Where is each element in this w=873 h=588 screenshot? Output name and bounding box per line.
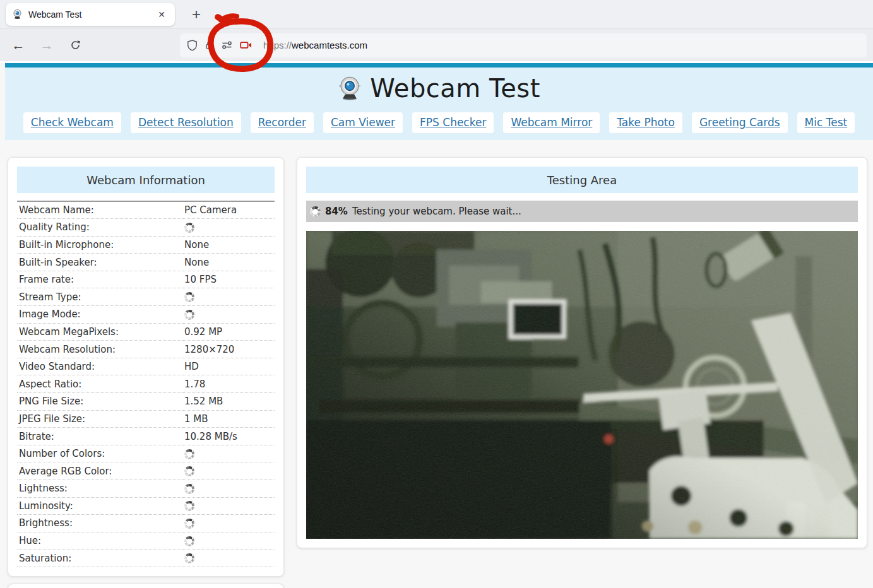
url-bar[interactable]: https://webcamtests.com bbox=[180, 33, 867, 57]
nav-link-detect-resolution[interactable]: Detect Resolution bbox=[131, 112, 241, 133]
info-label: Webcam Name: bbox=[17, 201, 182, 219]
info-value: 1.78 bbox=[182, 375, 275, 393]
info-label: Aspect Ratio: bbox=[17, 375, 182, 393]
info-label: Average RGB Color: bbox=[17, 462, 182, 480]
info-value: None bbox=[182, 236, 275, 254]
nav-link-mic-test[interactable]: Mic Test bbox=[797, 112, 855, 133]
info-label: JPEG File Size: bbox=[17, 410, 182, 428]
camera-in-use-icon[interactable] bbox=[239, 38, 252, 52]
loading-spinner-icon bbox=[184, 501, 194, 511]
nav-link-check-webcam[interactable]: Check Webcam bbox=[23, 112, 121, 133]
info-row-aspect-ratio: Aspect Ratio:1.78 bbox=[17, 375, 275, 393]
info-label: Quality Rating: bbox=[17, 219, 182, 237]
nav-link-greeting-cards[interactable]: Greeting Cards bbox=[692, 112, 788, 133]
info-value bbox=[182, 306, 275, 324]
info-value: 10.28 MB/s bbox=[182, 428, 275, 445]
tab-strip: Webcam Test ✕ + bbox=[0, 0, 873, 29]
info-value: PC Camera bbox=[182, 201, 275, 219]
info-value bbox=[182, 462, 275, 480]
info-value bbox=[182, 532, 275, 550]
info-value: 1280×720 bbox=[182, 341, 275, 358]
info-row-saturation: Saturation: bbox=[17, 550, 275, 567]
info-value bbox=[182, 515, 275, 532]
loading-spinner-icon bbox=[184, 310, 194, 320]
info-row-webcam-megapixels: Webcam MegaPixels:0.92 MP bbox=[17, 323, 275, 341]
webcam-information-title: Webcam Information bbox=[17, 167, 275, 193]
url-domain: webcamtests.com bbox=[292, 40, 367, 50]
info-row-lightness: Lightness: bbox=[17, 480, 275, 498]
nav-link-take-photo[interactable]: Take Photo bbox=[609, 112, 682, 133]
info-value bbox=[182, 480, 275, 498]
info-value bbox=[182, 219, 275, 237]
site-header: Webcam Test Check WebcamDetect Resolutio… bbox=[5, 68, 873, 140]
next-panel-stub bbox=[8, 584, 284, 588]
info-row-bitrate: Bitrate:10.28 MB/s bbox=[17, 428, 275, 445]
info-label: Built-in Microphone: bbox=[17, 236, 182, 254]
loading-spinner-icon bbox=[184, 223, 194, 233]
browser-toolbar: ← → bbox=[0, 29, 873, 61]
info-value bbox=[182, 445, 275, 462]
loading-spinner-icon bbox=[184, 292, 194, 302]
info-label: Webcam Resolution: bbox=[17, 341, 182, 358]
info-label: Built-in Speaker: bbox=[17, 254, 182, 271]
test-progress-bar: 84% Testing your webcam. Please wait... bbox=[306, 201, 858, 222]
tab-close-icon[interactable]: ✕ bbox=[155, 8, 169, 21]
info-value: None bbox=[182, 254, 275, 271]
webcam-video-feed bbox=[306, 231, 858, 539]
info-value: HD bbox=[182, 358, 275, 375]
loading-spinner-icon bbox=[184, 519, 194, 529]
info-row-webcam-name: Webcam Name:PC Camera bbox=[17, 201, 275, 219]
info-value: 0.92 MP bbox=[182, 323, 275, 341]
teal-top-bar bbox=[5, 63, 873, 68]
info-label: Hue: bbox=[17, 532, 182, 550]
info-row-frame-rate: Frame rate:10 FPS bbox=[17, 271, 275, 288]
right-column: Testing Area 84% Testing your webcam. Pl… bbox=[297, 157, 867, 548]
browser-tab[interactable]: Webcam Test ✕ bbox=[6, 3, 175, 26]
testing-area-title: Testing Area bbox=[306, 167, 858, 193]
back-button[interactable]: ← bbox=[8, 35, 29, 56]
info-row-video-standard: Video Standard:HD bbox=[17, 358, 275, 375]
info-label: Luminosity: bbox=[17, 497, 182, 515]
browser-chrome: Webcam Test ✕ + ← → bbox=[0, 0, 873, 61]
url-text: https://webcamtests.com bbox=[263, 40, 367, 50]
left-column: Webcam Information Webcam Name:PC Camera… bbox=[8, 157, 284, 588]
info-value bbox=[182, 550, 275, 567]
info-label: Webcam MegaPixels: bbox=[17, 323, 182, 341]
webcam-favicon-icon bbox=[12, 9, 23, 20]
lock-icon[interactable] bbox=[204, 40, 215, 50]
nav-link-recorder[interactable]: Recorder bbox=[251, 112, 314, 133]
nav-link-fps-checker[interactable]: FPS Checker bbox=[412, 112, 494, 133]
info-row-average-rgb-color: Average RGB Color: bbox=[17, 462, 275, 480]
reload-button[interactable] bbox=[64, 35, 86, 56]
webcam-information-table: Webcam Name:PC CameraQuality Rating:Buil… bbox=[17, 201, 275, 567]
info-label: Number of Colors: bbox=[17, 445, 182, 462]
webcam-logo-icon bbox=[338, 76, 362, 101]
tab-title: Webcam Test bbox=[28, 9, 149, 20]
new-tab-button[interactable]: + bbox=[187, 6, 206, 23]
progress-message: Testing your webcam. Please wait... bbox=[352, 206, 521, 217]
info-row-quality-rating: Quality Rating: bbox=[17, 219, 275, 237]
info-row-built-in-microphone: Built-in Microphone:None bbox=[17, 236, 275, 254]
info-label: Brightness: bbox=[17, 515, 182, 532]
info-label: Bitrate: bbox=[17, 428, 182, 445]
nav-link-webcam-mirror[interactable]: Webcam Mirror bbox=[503, 112, 600, 133]
info-label: Saturation: bbox=[17, 550, 182, 567]
info-label: PNG File Size: bbox=[17, 393, 182, 411]
reload-icon bbox=[69, 39, 81, 51]
loading-spinner-icon bbox=[184, 466, 194, 476]
info-value: 1.52 MB bbox=[182, 393, 275, 411]
info-label: Video Standard: bbox=[17, 358, 182, 375]
info-row-hue: Hue: bbox=[17, 532, 275, 550]
shield-icon[interactable] bbox=[186, 39, 198, 51]
nav-link-cam-viewer[interactable]: Cam Viewer bbox=[323, 112, 403, 133]
info-label: Image Mode: bbox=[17, 306, 182, 324]
info-value bbox=[182, 497, 275, 515]
info-value bbox=[182, 288, 275, 306]
info-row-webcam-resolution: Webcam Resolution:1280×720 bbox=[17, 341, 275, 358]
info-row-stream-type: Stream Type: bbox=[17, 288, 275, 306]
permissions-icon[interactable] bbox=[220, 38, 234, 52]
info-row-luminosity: Luminosity: bbox=[17, 497, 275, 515]
site-nav: Check WebcamDetect ResolutionRecorderCam… bbox=[5, 112, 873, 133]
info-label: Lightness: bbox=[17, 480, 182, 498]
loading-spinner-icon bbox=[184, 484, 194, 494]
